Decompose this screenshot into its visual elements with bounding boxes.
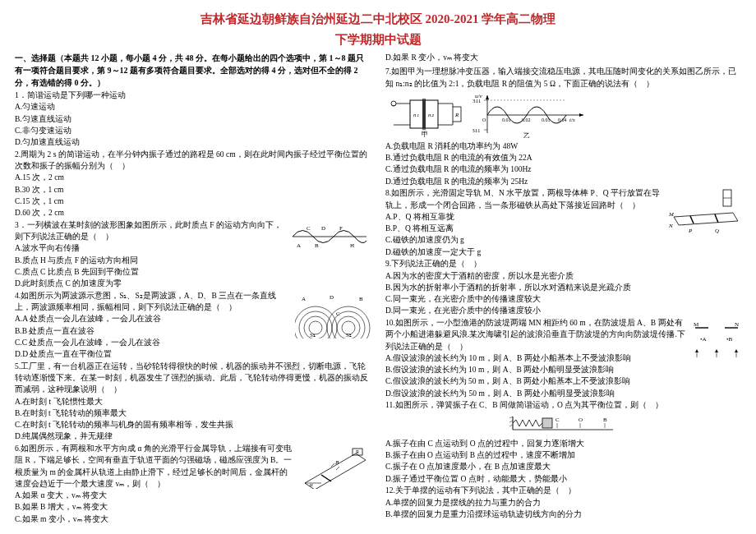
svg-text:R: R (356, 449, 359, 454)
q3-opt-d: D.此时刻质点 C 的加速度为零 (15, 278, 371, 289)
svg-rect-86 (542, 418, 552, 428)
q6-opt-c: C.如果 m 变小，vₘ 将变大 (15, 513, 371, 525)
q5-opt-d: D.纯属偶然现象，并无规律 (15, 430, 371, 442)
svg-text:H: H (350, 242, 354, 249)
svg-text:t/s: t/s (569, 117, 575, 123)
q1-opt-c: C.非匀变速运动 (15, 125, 371, 136)
svg-text:C: C (307, 225, 311, 232)
svg-marker-81 (735, 349, 738, 352)
question-11: 11.如图所示，弹簧振子在 C、B 间做简谐运动，O 点为其平衡位置，则（ ） … (385, 399, 741, 485)
question-2: 2.周期为 2 s 的简谐运动，在半分钟内振子通过的路程是 60 cm，则在此时… (15, 149, 371, 219)
svg-text:S₁: S₁ (310, 332, 316, 338)
q4-interference-figure: A D B C S₁ S₂ (295, 291, 371, 338)
svg-text:D: D (330, 294, 334, 301)
q5-opt-c: C.在时刻 t 飞轮转动的频率与机身的固有频率相等，发生共振 (15, 419, 371, 430)
svg-line-84 (509, 421, 513, 422)
svg-text:乙: 乙 (523, 132, 530, 138)
q9-opt-d: D.同一束光，在光密介质中的传播速度较小 (385, 305, 741, 316)
svg-text:-311: -311 (472, 127, 481, 134)
svg-text:0.01: 0.01 (502, 117, 511, 122)
svg-text:A: A (297, 242, 301, 249)
svg-text:0.04: 0.04 (558, 117, 567, 122)
svg-text:P: P (688, 228, 693, 234)
exam-title: 吉林省延边朝鲜族自治州延边二中北校区 2020-2021 学年高二物理 (15, 10, 741, 29)
svg-text:F: F (339, 225, 343, 232)
q10-opt-b: B.假设波浪的波长约为 10 m，则 A、B 两处小船明显受波浪影响 (385, 364, 741, 375)
question-8: M N P Q 8.如图所示，光滑固定导轨 M、N 水平放置，两根导体棒 P、Q… (385, 187, 741, 258)
q7-voltage-chart: 311 -311 u/v t/s O 0.01 0.02 0.03 0.04 乙 (472, 92, 588, 138)
q1-opt-a: A.匀速运动 (15, 101, 371, 113)
svg-text:α: α (310, 481, 313, 488)
q4-opt-c: C.C 处质点一会儿在波峰，一会儿在波谷 (15, 337, 371, 348)
q8-rails-figure: M N P Q (667, 188, 741, 236)
q11-stem: 11.如图所示，弹簧振子在 C、B 间做简谐运动，O 点为其平衡位置，则（ ） (385, 399, 741, 411)
q8-opt-c: C.磁铁的加速度仍为 g (385, 234, 741, 246)
svg-line-21 (321, 475, 331, 481)
svg-text:B: B (359, 296, 363, 302)
q6-opt-d: D.如果 R 变小，vₘ 将变大 (385, 52, 741, 63)
q5-opt-a: A.在时刻 t 飞轮惯性最大 (15, 396, 371, 407)
q9-stem: 9.下列说法正确的是（ ） (385, 258, 741, 269)
question-10: M N •A •B 10.如图所示，一小型渔港的防波堤两端 MN 相距约 60 … (385, 317, 741, 399)
q1-opt-d: D.匀加速直线运动 (15, 136, 371, 148)
svg-point-29 (391, 101, 396, 106)
svg-text:n₂: n₂ (428, 112, 434, 118)
q10-opt-a: A.假设波浪的波长约为 10 m，则 A、B 两处小船基本上不受波浪影响 (385, 352, 741, 364)
q3-opt-c: C.质点 C 比质点 B 先回到平衡位置 (15, 266, 371, 278)
q9-opt-b: B.因为水的折射率小于酒精的折射率，所以水对酒精来说是光疏介质 (385, 282, 741, 293)
q6-incline-figure: R B α (298, 444, 371, 489)
q7-transformer-figure: n₁ n₂ R 甲 (385, 92, 468, 138)
q10-opt-c: C.假设波浪的波长约为 50 m，则 A、B 两处小船基本上不受波浪影响 (385, 375, 741, 387)
svg-text:B: B (335, 459, 339, 466)
q12-stem: 12.关于单摆的运动有下列说法，其中正确的是（ ） (385, 485, 741, 496)
q2-opt-c: C.15 次，1 cm (15, 196, 371, 207)
q3-wave-figure: C D F A B H (288, 220, 371, 253)
content-columns: 一、选择题（本题共 12 小题，每小题 4 分，共 48 分。在每小题给出的四个… (15, 52, 741, 528)
svg-line-28 (336, 467, 339, 470)
svg-text:N: N (668, 223, 673, 229)
svg-text:C: C (336, 311, 340, 317)
q7-opt-a: A.负载电阻 R 消耗的电功率约为 48W (385, 140, 741, 152)
q11-opt-a: A.振子在由 C 点运动到 O 点的过程中，回复力逐渐增大 (385, 438, 741, 449)
q7-figures: n₁ n₂ R 甲 311 -311 u/ (385, 92, 741, 138)
q3-opt-b: B.质点 H 与质点 F 的运动方向相同 (15, 255, 371, 266)
q10-opt-d: D.假设波浪的波长约为 50 m，则 A、B 两处小船明显受波浪影响 (385, 388, 741, 399)
svg-text:B: B (315, 242, 319, 249)
q11-opt-b: B.振子在由 O 点运动到 B 点的过程中，速度不断增加 (385, 449, 741, 461)
svg-text:n₁: n₁ (413, 112, 419, 118)
svg-text:R: R (454, 112, 459, 118)
svg-text:u/v: u/v (475, 93, 482, 99)
svg-marker-48 (486, 95, 489, 99)
svg-text:0.03: 0.03 (542, 117, 551, 122)
q9-opt-a: A.因为水的密度大于酒精的密度，所以水是光密介质 (385, 270, 741, 282)
q12-opt-a: A.单摆的回复力是摆线的拉力与重力的合力 (385, 497, 741, 509)
q10-harbor-figure: M N •A •B (692, 318, 741, 361)
q6-opt-b: B.如果 B 增大，vₘ 将变大 (15, 501, 371, 513)
svg-text:S₂: S₂ (346, 332, 352, 338)
q4-opt-d: D.D 处质点一直在平衡位置 (15, 348, 371, 360)
svg-text:B: B (603, 417, 607, 423)
q7-opt-b: B.通过负载电阻 R 的电流的有效值为 22A (385, 152, 741, 163)
exam-subtitle: 下学期期中试题 (15, 30, 741, 49)
q9-opt-c: C.同一束光，在光密介质中的传播速度较大 (385, 293, 741, 305)
q7-opt-c: C.通过负载电阻 R 的电流的频率为 100Hz (385, 163, 741, 175)
question-1: 1．简谐运动是下列哪一种运动 A.匀速运动 B.匀速直线运动 C.非匀变速运动 … (15, 90, 371, 148)
svg-text:O: O (579, 417, 583, 423)
question-3: C D F A B H 3．一列横波在某时刻的波形图象如图所示，此时质点 F 的… (15, 219, 371, 290)
svg-text:•B: •B (726, 336, 732, 343)
q2-stem: 2.周期为 2 s 的简谐运动，在半分钟内振子通过的路程是 60 cm，则在此时… (15, 149, 371, 173)
svg-text:0.02: 0.02 (522, 117, 531, 122)
q2-opt-d: D.60 次，2 cm (15, 207, 371, 219)
svg-text:•A: •A (700, 336, 707, 343)
q5-opt-b: B.在时刻 t 飞轮转动的频率最大 (15, 407, 371, 419)
svg-point-8 (304, 316, 327, 338)
svg-text:N: N (735, 321, 739, 328)
svg-marker-77 (695, 349, 698, 352)
svg-text:C: C (555, 417, 560, 423)
q1-opt-b: B.匀速直线运动 (15, 113, 371, 125)
question-9: 9.下列说法正确的是（ ） A.因为水的密度大于酒精的密度，所以水是光密介质 B… (385, 258, 741, 316)
q11-spring-figure: C O B (385, 413, 741, 436)
question-4: A D B C S₁ S₂ 4.如图所示为两波源示意图，S₁、S₂是两波源，A、… (15, 290, 371, 361)
question-5: 5.工厂里，有一台机器正在运转，当砂轮转得很快的时候，机器的振动并不强烈，切断电… (15, 361, 371, 443)
svg-marker-46 (579, 113, 583, 117)
